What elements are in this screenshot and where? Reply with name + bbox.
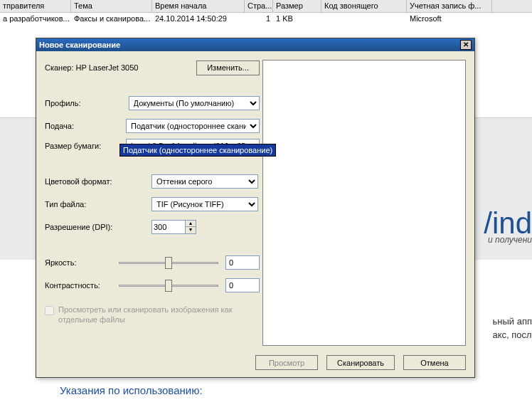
dpi-input[interactable] (151, 220, 186, 234)
brightness-slider[interactable] (119, 255, 218, 270)
color-format-select[interactable]: Оттенки серого (151, 174, 258, 189)
change-scanner-button[interactable]: Изменить... (196, 60, 260, 75)
slider-thumb[interactable] (165, 280, 172, 292)
separate-files-checkbox (45, 306, 54, 315)
dpi-label: Разрешение (DPI): (45, 223, 151, 231)
feed-label: Подача: (45, 122, 126, 130)
dialog-title: Новое сканирование (39, 41, 120, 49)
col-header-account[interactable]: Учетная запись ф... (407, 0, 492, 12)
col-header-time[interactable]: Время начала (152, 0, 245, 12)
bg-para-line2: акс, посл (493, 329, 532, 340)
color-format-label: Цветовой формат: (45, 177, 151, 186)
file-type-label: Тип файла: (45, 200, 151, 208)
feed-select[interactable]: Податчик (одностороннее скани (126, 119, 260, 133)
brightness-label: Яркость: (45, 258, 119, 267)
background-fax-table: тправителя Тема Время начала Стра... Раз… (0, 0, 532, 26)
cell-size: 1 KB (273, 13, 321, 26)
cell-sender: а разработчиков... (0, 13, 71, 26)
feed-dropdown-option-selected[interactable]: Податчик (одностороннее сканирование) (119, 144, 276, 157)
close-icon[interactable]: ✕ (460, 40, 472, 50)
scanner-label: Сканер: HP LaserJet 3050 (45, 63, 138, 72)
new-scan-dialog: Новое сканирование ✕ Сканер: HP LaserJet… (36, 38, 475, 378)
slider-thumb[interactable] (165, 257, 172, 269)
instructions-heading: Указания по использованию: (60, 384, 203, 396)
cancel-button[interactable]: Отмена (403, 355, 466, 370)
dpi-up-icon[interactable]: ▲ (186, 221, 196, 227)
col-header-sender[interactable]: тправителя (0, 0, 71, 12)
contrast-input[interactable] (225, 278, 260, 292)
background-paragraph: ьный апп акс, посл (493, 316, 532, 343)
dpi-spinner[interactable]: ▲ ▼ (151, 220, 196, 234)
dialog-body: Сканер: HP LaserJet 3050 Изменить... Про… (36, 51, 474, 377)
cell-subject: Факсы и сканирова... (71, 13, 152, 26)
cell-pages: 1 (245, 13, 273, 26)
file-type-select[interactable]: TIF (Рисунок TIFF) (151, 197, 258, 211)
col-header-size[interactable]: Размер (273, 0, 321, 12)
cell-caller (321, 13, 407, 26)
dialog-titlebar[interactable]: Новое сканирование ✕ (36, 38, 474, 51)
dpi-down-icon[interactable]: ▼ (186, 227, 196, 233)
scan-button[interactable]: Сканировать (326, 355, 395, 370)
bg-para-line1: ьный апп (493, 316, 532, 327)
contrast-label: Контрастность: (45, 281, 119, 290)
contrast-slider[interactable] (119, 278, 218, 292)
col-header-caller[interactable]: Код звонящего (321, 0, 407, 12)
profile-select[interactable]: Документы (По умолчанию) (129, 96, 260, 110)
col-header-subject[interactable]: Тема (71, 0, 152, 12)
scan-preview-area (262, 60, 466, 346)
scan-settings-panel: Сканер: HP LaserJet 3050 Изменить... Про… (45, 60, 260, 324)
background-sub-text: и получени (488, 235, 532, 245)
profile-label: Профиль: (45, 99, 129, 107)
separate-files-label: Просмотреть или сканировать изображения … (58, 305, 260, 324)
cell-account: Microsoft (407, 13, 492, 26)
paper-label: Размер бумаги: (45, 142, 126, 150)
cell-time: 24.10.2014 14:50:29 (152, 13, 245, 26)
table-header-row: тправителя Тема Время начала Стра... Раз… (0, 0, 532, 13)
col-header-pages[interactable]: Стра... (245, 0, 273, 12)
table-row[interactable]: а разработчиков... Факсы и сканирова... … (0, 13, 532, 26)
dialog-button-row: Просмотр Сканировать Отмена (255, 355, 466, 370)
brightness-input[interactable] (225, 255, 260, 270)
preview-button[interactable]: Просмотр (255, 355, 318, 370)
